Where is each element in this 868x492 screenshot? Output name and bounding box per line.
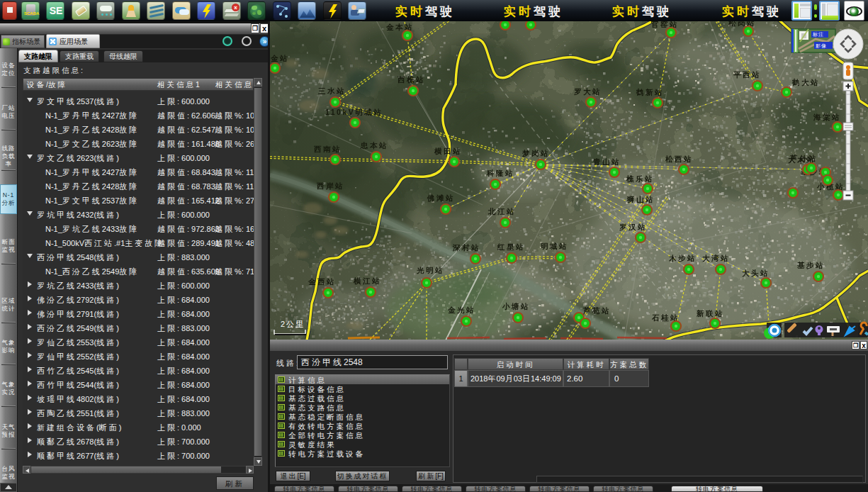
svg-text:光明站: 光明站 — [416, 266, 444, 274]
svg-text:官窑站: 官窑站 — [651, 21, 679, 28]
svg-text:北江站: 北江站 — [487, 207, 516, 216]
svg-text:平西站: 平西站 — [733, 70, 761, 79]
svg-text:木步站: 木步站 — [668, 254, 697, 262]
svg-text:鹤大站: 鹤大站 — [791, 78, 820, 86]
svg-text:罗汉站: 罗汉站 — [619, 223, 647, 231]
svg-text:青山站: 青山站 — [592, 157, 621, 166]
svg-text:樵乐站: 樵乐站 — [626, 174, 654, 183]
svg-text:芦外站: 芦外站 — [789, 154, 818, 163]
svg-text:标注: 标注 — [812, 31, 824, 38]
svg-text:海棠站: 海棠站 — [813, 113, 841, 121]
svg-text:芦苞站: 芦苞站 — [582, 306, 611, 315]
svg-text:罗大站: 罗大站 — [574, 87, 602, 96]
svg-text:新联站: 新联站 — [696, 309, 724, 318]
svg-text:深村站: 深村站 — [452, 243, 480, 252]
svg-text:松岗站: 松岗站 — [728, 21, 756, 27]
svg-text:金西站: 金西站 — [308, 277, 336, 286]
svg-text:小塘站: 小塘站 — [502, 302, 530, 311]
svg-text:金站: 金站 — [270, 54, 289, 62]
svg-text:三水站: 三水站 — [318, 86, 346, 95]
svg-text:松西站: 松西站 — [665, 155, 693, 163]
svg-text:大头站: 大头站 — [742, 269, 770, 277]
svg-text:佛滩站: 佛滩站 — [427, 194, 455, 202]
svg-text:西岸站: 西岸站 — [316, 181, 344, 190]
svg-text:忠本站: 忠本站 — [360, 141, 388, 150]
svg-text:大湾站: 大湾站 — [702, 254, 730, 262]
svg-text:基步站: 基步站 — [796, 261, 825, 269]
svg-text:金本站: 金本站 — [385, 23, 414, 31]
svg-text:西樵站: 西樵站 — [397, 75, 425, 84]
svg-text:横田站: 横田站 — [434, 147, 462, 155]
svg-text:2公里: 2公里 — [281, 320, 305, 328]
svg-text:横江站: 横江站 — [353, 276, 381, 285]
svg-text:狮山站: 狮山站 — [626, 195, 655, 203]
svg-text:金光站: 金光站 — [447, 306, 475, 314]
svg-text:影像: 影像 — [816, 43, 827, 49]
svg-text:明城站: 明城站 — [541, 242, 568, 250]
svg-text:科隆站: 科隆站 — [486, 169, 514, 177]
svg-text:梦岗站: 梦岗站 — [522, 149, 550, 157]
svg-text:西南站: 西南站 — [313, 145, 342, 153]
svg-text:鹤新站: 鹤新站 — [636, 88, 664, 96]
svg-text:红星站: 红星站 — [497, 242, 525, 251]
svg-text:110kV明城站: 110kV明城站 — [325, 108, 383, 116]
